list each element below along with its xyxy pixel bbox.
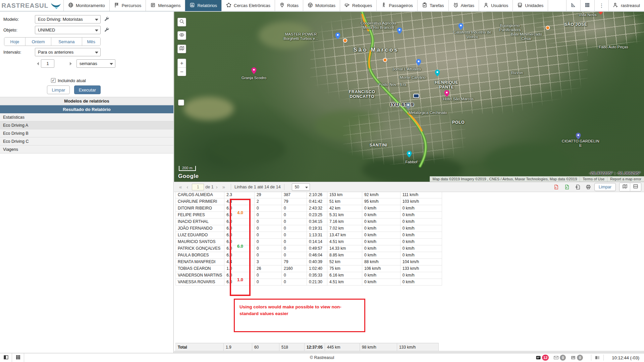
table-row[interactable]: FELIPE PIRES6.0000:23:255.31 km0 km/h0 k… bbox=[176, 212, 442, 218]
tab-tarefas[interactable]: Tarefas bbox=[418, 0, 449, 11]
map-search-button[interactable] bbox=[177, 18, 186, 26]
table-row[interactable]: PATRICK GONÇALVES6.0000:49:5714.33 km0 k… bbox=[176, 245, 442, 252]
status-image-item[interactable]: 0 bbox=[571, 355, 583, 361]
table-row[interactable]: RENATA MANFREDI4.43790:40:3952 km88 km/h… bbox=[176, 258, 442, 265]
poi-marker[interactable] bbox=[435, 70, 440, 78]
tab-rotas[interactable]: Rotas bbox=[275, 0, 303, 11]
hotel-marker[interactable] bbox=[444, 90, 449, 98]
result-item-eco-driving-b[interactable]: Eco Driving B bbox=[0, 129, 173, 137]
next-page-icon[interactable]: › bbox=[214, 184, 220, 190]
tab-cercas-eletrônicas[interactable]: Cercas Eletrônicas bbox=[222, 0, 275, 11]
decrement-arrow-icon[interactable] bbox=[37, 62, 39, 65]
increment-arrow-icon[interactable] bbox=[70, 62, 72, 65]
apps-grid-icon[interactable] bbox=[580, 0, 594, 11]
sidebar-toggle-icon[interactable] bbox=[0, 353, 12, 362]
zoom-in-button[interactable]: + bbox=[178, 59, 186, 68]
poi-marker[interactable] bbox=[598, 12, 603, 16]
result-item-estatísticas[interactable]: Estatísticas bbox=[0, 113, 173, 121]
event-marker[interactable] bbox=[343, 39, 347, 43]
quick-range-ontem[interactable]: Ontem bbox=[25, 38, 51, 46]
map-visibility-button[interactable] bbox=[177, 31, 186, 40]
zoom-out-button[interactable]: − bbox=[178, 68, 186, 76]
report-models-header[interactable]: Modelos de relatórios bbox=[0, 97, 173, 105]
tab-unidades[interactable]: Unidades bbox=[513, 0, 548, 11]
status-card-item[interactable]: 12 bbox=[536, 355, 549, 361]
quick-range-mês[interactable]: Mês bbox=[82, 38, 100, 46]
map-view-toggle[interactable] bbox=[620, 183, 630, 191]
vehicle-marker[interactable] bbox=[413, 94, 419, 98]
tab-usuários[interactable]: Usuários bbox=[479, 0, 513, 11]
export-excel-icon[interactable]: X bbox=[562, 183, 572, 191]
tab-passageiros[interactable]: Passageiros bbox=[377, 0, 418, 11]
report-result-header[interactable]: Resultado do Relatório bbox=[0, 105, 173, 113]
result-item-viagens[interactable]: Viagens bbox=[0, 145, 173, 154]
event-marker[interactable] bbox=[383, 58, 387, 62]
modelo-select[interactable]: Eco Driving: Motoristas bbox=[35, 15, 101, 23]
poi-marker[interactable] bbox=[416, 59, 421, 67]
prev-page-icon[interactable]: ‹ bbox=[184, 184, 191, 190]
split-view-toggle[interactable] bbox=[630, 183, 641, 191]
terms-of-use-link[interactable]: Terms of Use bbox=[580, 176, 607, 182]
objeto-select[interactable]: UNIMED bbox=[35, 26, 101, 34]
tab-reboques[interactable]: Reboques bbox=[340, 0, 377, 11]
quick-range-semana[interactable]: Semana bbox=[51, 38, 82, 46]
map-layers-button[interactable] bbox=[177, 45, 186, 53]
status-mail-item[interactable]: 0 bbox=[553, 355, 566, 361]
last-page-icon[interactable]: » bbox=[220, 184, 227, 190]
page-number-input[interactable]: 1 bbox=[192, 184, 204, 190]
poi-marker[interactable] bbox=[397, 27, 402, 36]
tab-mensagens[interactable]: Mensagens bbox=[146, 0, 185, 11]
table-row[interactable]: DITONIR RIBEIRO6.0002:43:3242 km0 km/h0 … bbox=[176, 205, 442, 212]
map-selection-tool[interactable] bbox=[178, 100, 184, 106]
interval-unit-select[interactable]: semanas bbox=[76, 59, 115, 68]
table-row[interactable]: INACIO ERTHAL6.0000:34:157.16 km0 km/h0 … bbox=[176, 218, 442, 225]
export-pdf-icon[interactable]: A bbox=[551, 183, 561, 191]
tab-monitoramento[interactable]: Monitoramento bbox=[64, 0, 110, 11]
wings-logo-icon bbox=[50, 2, 62, 9]
panel-layout-icon[interactable] bbox=[595, 355, 600, 360]
result-item-eco-driving-a[interactable]: Eco Driving A bbox=[0, 121, 173, 129]
more-menu-icon[interactable]: ⋮ bbox=[594, 0, 608, 11]
table-row[interactable]: LUIZ EDUARDO6.0001:13:3113.47 km0 km/h0 … bbox=[176, 232, 442, 238]
intervalo-select[interactable]: Para os anteriores bbox=[35, 48, 101, 56]
first-page-icon[interactable]: « bbox=[177, 184, 184, 190]
poi-marker[interactable] bbox=[252, 67, 257, 75]
map-canvas[interactable]: Vida NovaSÃO JOSÉBuongiorno Panificadora… bbox=[174, 12, 644, 182]
poi-marker[interactable] bbox=[406, 103, 411, 111]
quick-range-hoje[interactable]: Hoje bbox=[4, 38, 25, 46]
table-row[interactable]: PAULA BORGES6.0000:46:048.85 km0 km/h0 k… bbox=[176, 252, 442, 258]
page-size-select[interactable]: 50 bbox=[292, 183, 310, 191]
interval-count-input[interactable]: 1 bbox=[41, 59, 54, 68]
tab-percursos[interactable]: Percursos bbox=[110, 0, 146, 11]
tab-alertas[interactable]: Alertas bbox=[449, 0, 479, 11]
user-menu[interactable]: rastreasul bbox=[608, 0, 644, 11]
poi-marker[interactable] bbox=[576, 133, 581, 141]
export-file-icon[interactable] bbox=[573, 183, 582, 191]
table-cell: 0 bbox=[281, 252, 307, 258]
modelo-config-wrench-icon[interactable] bbox=[104, 16, 110, 23]
grid-clear-button[interactable]: Limpar bbox=[594, 183, 616, 191]
tab-relatórios[interactable]: Relatórios bbox=[185, 0, 222, 11]
execute-button[interactable]: Executar bbox=[74, 85, 101, 94]
table-row[interactable]: VANESSA ROVARIS6.0000:21:304.51 km0 km/h… bbox=[176, 279, 442, 285]
poi-marker[interactable] bbox=[407, 151, 412, 159]
table-row[interactable]: MAURICIO SANTOS6.0000:14:144.51 km0 km/h… bbox=[176, 238, 442, 245]
clear-button[interactable]: Limpar bbox=[47, 85, 70, 94]
poi-marker[interactable] bbox=[458, 23, 463, 31]
table-row[interactable]: TOBIAS CEARON1.02621601:02:4075 km106 km… bbox=[176, 265, 442, 272]
poi-marker[interactable] bbox=[335, 33, 340, 41]
objeto-config-wrench-icon[interactable] bbox=[104, 27, 110, 34]
table-row[interactable]: VANDERSON MARTINS6.0000:35:336.16 km0 km… bbox=[176, 272, 442, 279]
result-item-eco-driving-c[interactable]: Eco Driving C bbox=[0, 137, 173, 145]
print-icon[interactable] bbox=[584, 183, 593, 191]
tab-motoristas[interactable]: Motoristas bbox=[303, 0, 340, 11]
table-row[interactable]: JOÃO FERNANDO6.0000:19:317.02 km0 km/h0 … bbox=[176, 225, 442, 232]
steering-wheel-icon bbox=[308, 2, 313, 9]
modules-grid-icon[interactable] bbox=[12, 353, 24, 362]
report-map-error-link[interactable]: Report a map error bbox=[607, 176, 644, 182]
event-marker[interactable] bbox=[545, 26, 550, 30]
table-row[interactable]: CHARLINE PRIMIERI4.42790:41:4251 km95 km… bbox=[176, 198, 442, 205]
include-current-checkbox[interactable]: ✓ bbox=[51, 78, 56, 83]
table-row[interactable]: CARLOS ALMEIDA2.3293872:10:26153 km92 km… bbox=[176, 191, 442, 198]
measure-tool-icon[interactable] bbox=[566, 0, 580, 11]
